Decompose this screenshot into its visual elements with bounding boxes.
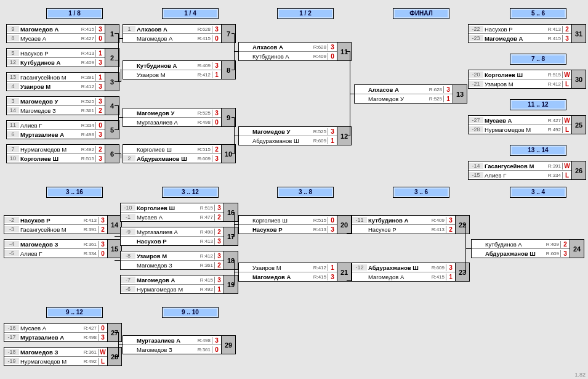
player-row: Корголиев ШR:5150 bbox=[239, 216, 337, 225]
player-row: 14Магомедов ЗR:3612 bbox=[7, 106, 105, 115]
player-row: -21Узаиров МR:412L bbox=[469, 79, 571, 88]
match-21: Узаиров МR:4121Магомедов АR:415321 bbox=[238, 263, 352, 282]
header-3-16: 3 .. 16 bbox=[46, 187, 103, 198]
player-row: -15Алиев ГR:334L bbox=[469, 171, 571, 179]
version-label: 1.82 bbox=[574, 372, 586, 378]
player-row: 1Алхасов АR:6283 bbox=[123, 25, 221, 34]
match-5: 11Алиев ГR:33406Муртазалиев АR:49835 bbox=[6, 120, 119, 139]
header-final: ФИНАЛ bbox=[393, 8, 449, 19]
player-row: -23Магомедов АR:4153 bbox=[469, 34, 571, 43]
match-6: 7Нурмагомедов МR:492210Корголиев ШR:5153… bbox=[6, 144, 119, 163]
header-1-4: 1 / 4 bbox=[162, 8, 219, 19]
match-28: -18Магомедов ЗR:361W-19Нурмагомедов МR:4… bbox=[4, 347, 122, 366]
player-row: -14Гасангусейнов МR:391W bbox=[469, 161, 571, 171]
player-row: -28Нурмагомедов МR:492L bbox=[469, 125, 571, 134]
player-row: Муртазалиев АR:4980 bbox=[123, 118, 221, 126]
player-row: 9Магомедов АR:4153 bbox=[7, 25, 105, 34]
match-4: 3Магомедов УR:525314Магомедов ЗR:36124 bbox=[6, 96, 119, 115]
header-3-4: 3 .. 4 bbox=[510, 187, 566, 198]
header-13-14: 13 .. 14 bbox=[510, 145, 566, 156]
player-row: Кутбудинов АR:4093 bbox=[123, 61, 221, 70]
player-row: Магомедов АR:4153 bbox=[239, 272, 337, 281]
match-7: 1Алхасов АR:6283Магомедов АR:41507 bbox=[123, 24, 236, 43]
player-row: Абдурахманов ШR:6093 bbox=[472, 249, 570, 258]
player-row: Насухов РR:4133 bbox=[239, 225, 337, 234]
player-row: Алхасов АR:6283 bbox=[355, 85, 453, 94]
player-row: 5Насухов РR:4131 bbox=[7, 49, 105, 58]
player-row: -1Мусаев АR:4772 bbox=[121, 213, 224, 221]
header-1-2: 1 / 2 bbox=[277, 8, 334, 19]
player-row: -17Муртазалиев АR:4983 bbox=[4, 333, 107, 341]
player-row: 11Алиев ГR:3340 bbox=[7, 121, 105, 130]
match-13: Алхасов АR:6283Магомедов УR:525113 bbox=[354, 84, 467, 104]
player-row: Алхасов АR:6283 bbox=[239, 43, 337, 52]
match-id: 24 bbox=[570, 239, 584, 258]
match-1: 9Магомедов АR:41538Мусаев АR:42701 bbox=[6, 24, 119, 43]
match-22: -11Кутбудинов АR:4093Насухов РR:413222 bbox=[352, 215, 470, 234]
player-row: Корголиев ШR:5152 bbox=[123, 145, 221, 154]
player-row: Кутбудинов АR:4090 bbox=[239, 52, 337, 60]
header-7-8: 7 .. 8 bbox=[510, 54, 566, 65]
header-3-6: 3 .. 6 bbox=[393, 187, 449, 198]
player-row: -18Магомедов ЗR:361W bbox=[4, 348, 107, 357]
match-20: Корголиев ШR:5150Насухов РR:413320 bbox=[238, 215, 352, 234]
player-row: Магомедов УR:5251 bbox=[355, 94, 453, 103]
player-row: 8Мусаев АR:4270 bbox=[7, 34, 105, 43]
player-row: Муртазалиев АR:4983 bbox=[123, 336, 221, 345]
header-9-12: 9 .. 12 bbox=[46, 307, 103, 318]
match-29: Муртазалиев АR:4983Магомедов ЗR:361029 bbox=[123, 335, 236, 354]
match-id: 13 bbox=[453, 84, 467, 104]
player-row: -27Мусаев АR:427W bbox=[469, 116, 571, 125]
player-row: 13Гасангусейнов МR:3911 bbox=[7, 73, 105, 82]
match-25: -27Мусаев АR:427W-28Нурмагомедов МR:492L… bbox=[468, 115, 586, 134]
player-row: Узаиров МR:4121 bbox=[123, 70, 221, 79]
player-row: Кутбудинов АR:4092 bbox=[472, 240, 570, 249]
player-row: Насухов РR:4133 bbox=[121, 237, 224, 245]
player-row: -22Насухов РR:4132 bbox=[469, 25, 571, 34]
match-id: 21 bbox=[337, 263, 352, 282]
match-id: 20 bbox=[337, 215, 352, 234]
player-row: 7Нурмагомедов МR:4922 bbox=[7, 145, 105, 154]
player-row: Магомедов АR:4150 bbox=[123, 34, 221, 43]
player-row: -6Нурмагомедов МR:4921 bbox=[121, 285, 224, 293]
match-8: Кутбудинов АR:4093Узаиров МR:41218 bbox=[123, 60, 236, 79]
player-row: -5Алиев ГR:3340 bbox=[4, 249, 107, 258]
match-27: -16Мусаев АR:4270-17Муртазалиев АR:49832… bbox=[4, 323, 122, 342]
player-row: 4Узаиров МR:4123 bbox=[7, 82, 105, 91]
player-row: Магомедов УR:5253 bbox=[239, 127, 337, 136]
player-row: Магомедов ЗR:3610 bbox=[123, 345, 221, 354]
player-row: 3Магомедов УR:5253 bbox=[7, 97, 105, 106]
header-3-8: 3 .. 8 bbox=[277, 187, 334, 198]
player-row: -11Кутбудинов АR:4093 bbox=[352, 216, 455, 225]
player-row: -2Насухов РR:4133 bbox=[4, 216, 107, 225]
match-24: Кутбудинов АR:4092Абдурахманов ШR:609324 bbox=[471, 239, 584, 258]
header-5-6: 5 .. 6 bbox=[510, 8, 566, 19]
player-row: Магомедов УR:5253 bbox=[123, 108, 221, 118]
player-row: 12Кутбудинов АR:4093 bbox=[7, 58, 105, 67]
player-row: 10Корголиев ШR:5153 bbox=[7, 154, 105, 163]
match-11: Алхасов АR:6283Кутбудинов АR:409011 bbox=[238, 42, 352, 61]
match-id: 31 bbox=[572, 24, 586, 43]
header-11-12: 11 .. 12 bbox=[510, 99, 566, 110]
player-row: -7Магомедов АR:4153 bbox=[121, 275, 224, 285]
header-3-12: 3 .. 12 bbox=[162, 187, 219, 198]
match-id: 26 bbox=[572, 161, 586, 180]
match-id: 25 bbox=[572, 115, 586, 134]
player-row: 2Абдурахманов ШR:6093 bbox=[123, 154, 221, 163]
player-row: -12Абдурахманов ШR:6093 bbox=[352, 263, 455, 272]
match-9: Магомедов УR:5253Муртазалиев АR:49809 bbox=[123, 108, 236, 127]
player-row: -3Гасангусейнов МR:3912 bbox=[4, 225, 107, 234]
match-id: 30 bbox=[572, 70, 586, 89]
match-30: -20Корголиев ШR:515W-21Узаиров МR:412L30 bbox=[468, 70, 586, 89]
match-id: 2 bbox=[105, 48, 119, 67]
match-10: Корголиев ШR:51522Абдурахманов ШR:609310 bbox=[123, 144, 236, 163]
player-row: -9Муртазалиев АR:4982 bbox=[121, 227, 224, 237]
match-18: -8Узаиров МR:4123Магомедов ЗR:361218 bbox=[120, 251, 238, 270]
player-row: -8Узаиров МR:4123 bbox=[121, 251, 224, 261]
player-row: Узаиров МR:4121 bbox=[239, 263, 337, 272]
match-12: Магомедов УR:5253Абдурахманов ШR:609112 bbox=[238, 126, 352, 145]
match-26: -14Гасангусейнов МR:391W-15Алиев ГR:334L… bbox=[468, 161, 586, 180]
match-14: -2Насухов РR:4133-3Гасангусейнов МR:3912… bbox=[4, 215, 122, 234]
match-15: -4Магомедов ЗR:3613-5Алиев ГR:334015 bbox=[4, 239, 122, 258]
player-row: Магомедов АR:4151 bbox=[352, 272, 455, 281]
